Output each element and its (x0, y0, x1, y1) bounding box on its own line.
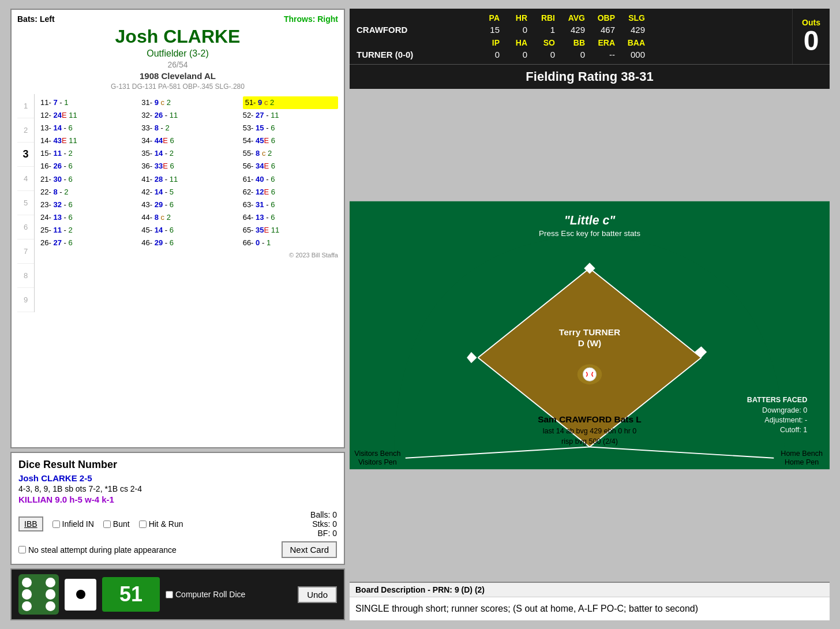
board-desc-area: Board Description - PRN: 9 (D) (2) SINGL… (350, 582, 830, 620)
dice-row-33: 33- 8 - 2 (141, 122, 237, 134)
row-numbers: 1 2 3 4 5 6 7 8 9 (17, 94, 35, 312)
hit-run-checkbox[interactable]: Hit & Run (139, 519, 183, 529)
player-stats-line: 26/54 (17, 60, 338, 69)
svg-text:Visitors Bench: Visitors Bench (354, 450, 400, 458)
row-2: 2 (17, 118, 34, 143)
row-5: 5 (17, 191, 34, 215)
dice-row-62: 62- 12E 6 (243, 186, 338, 199)
ph-so: SO (527, 38, 555, 47)
header-rbi: RBI (527, 13, 555, 23)
next-card-button[interactable]: Next Card (282, 541, 337, 558)
dice-row-54: 54- 45E 6 (243, 134, 338, 147)
dice-row-44: 44- 8 c 2 (141, 211, 237, 224)
svg-text:BATTERS FACED: BATTERS FACED (747, 396, 807, 404)
dice-result-text: 4-3, 8, 9, 1B sb ots 7-2, *1B cs 2-4 (18, 484, 337, 493)
dice-row-14: 14- 43E 11 (40, 134, 136, 147)
batter-pa: 15 (472, 25, 500, 35)
pitcher-stats: 0 0 0 0 -- 000 (472, 50, 645, 59)
computer-roll-input[interactable] (166, 591, 173, 598)
infield-in-checkbox[interactable]: Infield IN (52, 519, 94, 529)
board-desc-text: SINGLE through short; runner scores; (S … (350, 597, 830, 620)
dice-row-52: 52- 27 - 11 (243, 109, 338, 122)
outs-value: 0 (804, 27, 819, 55)
ph-ip: IP (472, 38, 500, 47)
dice-row-22: 22- 8 - 2 (40, 186, 136, 199)
row-1: 1 (17, 94, 34, 118)
batter-hr: 0 (500, 25, 527, 35)
dice-result-title: Dice Result Number (18, 459, 337, 471)
row-6: 6 (17, 215, 34, 239)
dot (46, 601, 55, 611)
svg-text:Visitors Pen: Visitors Pen (358, 458, 397, 466)
svg-text:Adjustment: -: Adjustment: - (764, 416, 807, 424)
svg-text:D (W): D (W) (578, 338, 601, 348)
no-steal-checkbox[interactable]: No steal attempt during plate appearance (18, 545, 177, 555)
pitcher-baa: 000 (615, 50, 645, 59)
card-header: Bats: Left Throws: Right (17, 14, 338, 24)
dice-result-pitcher: KILLIAN 9.0 h-5 w-4 k-1 (18, 495, 337, 504)
scoreboard-wrapper: PA HR RBI AVG OBP SLG CRAWFORD 15 0 1 (350, 9, 830, 64)
pitcher-row: TURNER (0-0) 0 0 0 0 -- 000 (357, 50, 785, 59)
dice-row-23: 23- 32 - 6 (40, 199, 136, 211)
fielding-rating-bar: Fielding Rating 38-31 (350, 64, 830, 89)
dice-row-32: 32- 26 - 11 (141, 109, 237, 122)
no-steal-row: No steal attempt during plate appearance… (18, 541, 337, 558)
scoreboard-header-row: PA HR RBI AVG OBP SLG (357, 13, 785, 23)
no-steal-input[interactable] (18, 546, 26, 553)
row-9: 9 (17, 288, 34, 312)
player-team: 1908 Cleveland AL (17, 71, 338, 81)
dice-row-55: 55- 8 c 2 (243, 147, 338, 160)
svg-text:Sam CRAWFORD Bats L: Sam CRAWFORD Bats L (538, 414, 642, 424)
dice-row-56: 56- 34E 6 (243, 160, 338, 173)
card-area: Bats: Left Throws: Right Josh CLARKE Out… (10, 9, 345, 448)
dot-single (76, 590, 85, 599)
row-7: 7 (17, 239, 34, 264)
dice-row-51: 51- 9 c 2 (243, 96, 338, 109)
header-slg: SLG (615, 13, 645, 23)
batter-row: CRAWFORD 15 0 1 429 467 429 (357, 25, 785, 35)
batter-rbi: 1 (527, 25, 555, 35)
copyright: © 2023 Bill Staffa (40, 252, 338, 259)
dice-row-53: 53- 15 - 6 (243, 122, 338, 134)
bunt-checkbox[interactable]: Bunt (103, 519, 130, 529)
infield-in-input[interactable] (52, 521, 60, 528)
board-desc-header: Board Description - PRN: 9 (D) (2) (350, 583, 830, 597)
computer-roll-section: Computer Roll Dice (166, 590, 245, 599)
dice-row-61: 61- 40 - 6 (243, 173, 338, 186)
dot (46, 589, 55, 599)
stats-header: PA HR RBI AVG OBP SLG (472, 13, 645, 23)
batter-team-name: CRAWFORD (357, 25, 472, 35)
throws-label: Throws: Right (284, 14, 338, 24)
dice-row-15: 15- 11 - 2 (40, 147, 136, 160)
hit-run-input[interactable] (139, 521, 147, 528)
row-4: 4 (17, 167, 34, 191)
dice-face-one (65, 579, 96, 611)
pitcher-header: IP HA SO BB ERA BAA (472, 38, 645, 47)
ibb-button[interactable]: IBB (18, 516, 43, 531)
dice-row-66: 66- 0 - 1 (243, 237, 338, 249)
svg-point-11 (583, 368, 596, 381)
dice-number-display: 51 (102, 577, 160, 612)
computer-roll-checkbox[interactable]: Computer Roll Dice (166, 590, 245, 599)
pitcher-so: 0 (527, 50, 555, 59)
player-full-stats: G-131 DG-131 PA-581 OBP-.345 SLG-.280 (17, 83, 338, 91)
bunt-input[interactable] (103, 521, 111, 528)
left-panel: Bats: Left Throws: Right Josh CLARKE Out… (10, 9, 345, 620)
player-position: Outfielder (3-2) (17, 48, 338, 59)
dice-row-45: 45- 14 - 6 (141, 224, 237, 237)
header-avg: AVG (555, 13, 585, 23)
pitcher-header-row: IP HA SO BB ERA BAA (357, 38, 785, 47)
pitcher-ip: 0 (472, 50, 500, 59)
pitch-count: Balls: 0 Stks: 0 BF: 0 (310, 510, 337, 538)
dice-col-3: 51- 9 c 2 52- 27 - 11 53- 15 - 6 54- 45E… (243, 96, 338, 249)
dice-row-21: 21- 30 - 6 (40, 173, 136, 186)
batter-avg: 429 (555, 25, 585, 35)
svg-text:Cutoff: 1: Cutoff: 1 (780, 426, 807, 434)
dice-row-35: 35- 14 - 2 (141, 147, 237, 160)
svg-text:risp bvg 500 (2/4): risp bvg 500 (2/4) (561, 437, 618, 445)
dot (22, 589, 32, 599)
pitcher-era: -- (585, 50, 615, 59)
bats-label: Bats: Left (17, 14, 55, 24)
svg-text:last 14 ab bvg 429 ebh 0 hr 0: last 14 ab bvg 429 ebh 0 hr 0 (543, 427, 637, 435)
undo-button[interactable]: Undo (298, 586, 337, 603)
